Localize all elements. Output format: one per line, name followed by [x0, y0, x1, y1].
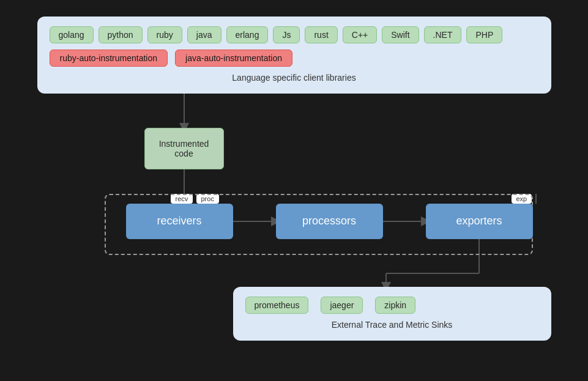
exporters-label: exporters — [456, 215, 502, 227]
tag-ruby: ruby — [147, 26, 182, 43]
tag-cpp: C++ — [343, 26, 377, 43]
processors-box: processors — [276, 204, 383, 239]
receivers-box: receivers — [126, 204, 233, 239]
tag-golang: golang — [50, 26, 94, 43]
auto-instrumentation-row: ruby-auto-instrumentation java-auto-inst… — [50, 50, 539, 67]
tag-zipkin: zipkin — [375, 297, 415, 314]
tag-jaeger: jaeger — [321, 297, 363, 314]
tag-js: Js — [273, 26, 300, 43]
tag-java: java — [187, 26, 221, 43]
diagram-container: golang python ruby java erlang Js rust C… — [19, 10, 570, 371]
processors-label: processors — [302, 215, 356, 227]
lang-box-label: Language specific client libraries — [50, 73, 539, 83]
tag-erlang: erlang — [226, 26, 269, 43]
tag-prometheus: prometheus — [245, 297, 309, 314]
tag-swift: Swift — [382, 26, 419, 43]
sinks-box: prometheus jaeger zipkin External Trace … — [233, 287, 551, 341]
tag-python: python — [99, 26, 143, 43]
lang-client-libraries-box: golang python ruby java erlang Js rust C… — [37, 17, 551, 94]
sinks-box-label: External Trace and Metric Sinks — [245, 320, 539, 330]
instrumented-code-label: Instrumentedcode — [159, 139, 209, 158]
tag-php: PHP — [466, 26, 502, 43]
exporters-box: exporters — [426, 204, 533, 239]
tag-java-auto: java-auto-instrumentation — [175, 50, 292, 67]
language-tags-row: golang python ruby java erlang Js rust C… — [50, 26, 539, 43]
receivers-label: receivers — [157, 215, 201, 227]
sinks-tags-row: prometheus jaeger zipkin — [245, 297, 539, 314]
instrumented-code-box: Instrumentedcode — [144, 128, 224, 169]
tag-ruby-auto: ruby-auto-instrumentation — [50, 50, 168, 67]
tag-dotnet: .NET — [424, 26, 462, 43]
tag-rust: rust — [305, 26, 337, 43]
